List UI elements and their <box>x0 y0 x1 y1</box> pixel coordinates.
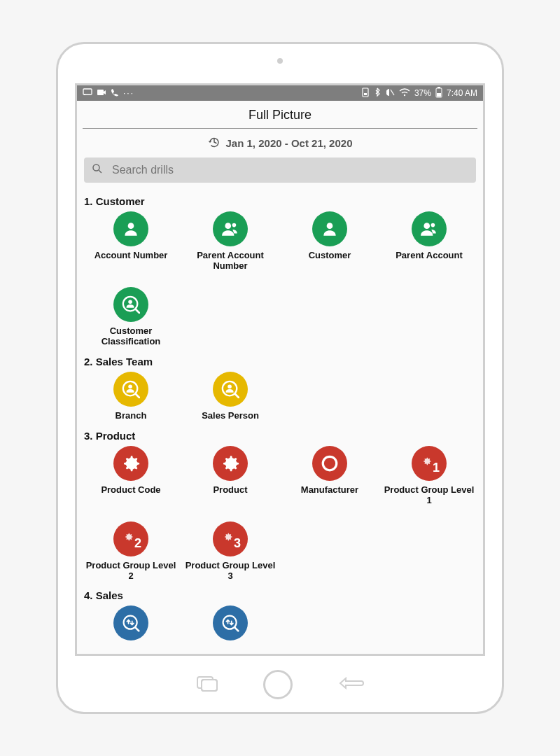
svg-line-29 <box>135 628 139 631</box>
svg-point-1 <box>84 94 85 95</box>
ring-icon <box>312 446 347 481</box>
section-header-product: 3. Product <box>84 430 476 442</box>
drill-item[interactable]: Customer Classification <box>84 287 178 347</box>
home-button[interactable] <box>263 670 293 699</box>
wifi-icon <box>399 88 410 99</box>
drill-item[interactable]: Customer <box>283 211 377 272</box>
date-range-selector[interactable]: Jan 1, 2020 - Oct 21, 2020 <box>77 129 483 158</box>
search-bar[interactable] <box>84 158 476 183</box>
drill-item[interactable]: Product Code <box>84 446 178 506</box>
drill-label: Product Group Level 2 <box>84 561 178 582</box>
updown-mag-icon <box>113 606 148 640</box>
gear-icon <box>213 446 248 481</box>
drill-label: Customer <box>309 251 351 261</box>
battery-percent: 37% <box>414 88 431 98</box>
svg-line-31 <box>234 628 238 631</box>
level-number: 1 <box>433 461 440 475</box>
gear-icon <box>113 446 148 481</box>
phone-icon <box>111 88 119 99</box>
gearN-icon: 2 <box>113 522 148 556</box>
svg-point-6 <box>404 94 405 95</box>
drill-item[interactable]: Branch <box>84 372 178 421</box>
users-icon <box>412 211 447 246</box>
svg-point-17 <box>431 223 435 227</box>
drill-label: Product <box>213 485 247 496</box>
drill-item[interactable] <box>84 606 178 645</box>
drill-item[interactable] <box>183 606 277 645</box>
svg-line-19 <box>136 309 140 313</box>
user-icon <box>312 211 347 246</box>
more-icon: ··· <box>123 88 134 98</box>
drill-item[interactable]: Manufacturer <box>283 446 377 506</box>
drill-label: Parent Account Number <box>183 251 277 272</box>
drill-label: Branch <box>115 411 147 421</box>
drill-label: Product Code <box>101 485 160 496</box>
svg-point-10 <box>93 164 99 171</box>
drill-label: Account Number <box>94 251 168 261</box>
drill-item[interactable]: 2Product Group Level 2 <box>84 522 178 582</box>
svg-line-11 <box>99 170 102 173</box>
recents-button[interactable] <box>193 673 221 696</box>
svg-point-16 <box>424 223 430 229</box>
svg-rect-0 <box>83 89 92 94</box>
svg-point-27 <box>323 456 337 470</box>
section-header-sales: 4. Sales <box>84 589 476 601</box>
card-icon <box>361 88 370 99</box>
section-header-sales-team: 2. Sales Team <box>84 356 476 368</box>
drill-item[interactable]: Sales Person <box>183 372 277 421</box>
status-bar: ··· 37% 7:40 AM <box>77 85 483 101</box>
svg-line-25 <box>235 393 239 398</box>
drill-list[interactable]: 1. CustomerAccount NumberParent Account … <box>77 190 483 654</box>
page-title: Full Picture <box>83 101 477 129</box>
user-mag-icon <box>113 372 148 407</box>
history-icon <box>208 136 220 150</box>
gearN-icon: 1 <box>412 446 447 481</box>
clock-text: 7:40 AM <box>447 88 477 98</box>
drill-item[interactable]: Parent Account <box>382 211 476 272</box>
drill-label: Manufacturer <box>301 485 358 496</box>
svg-rect-8 <box>438 87 440 88</box>
drill-item[interactable]: 1Product Group Level 1 <box>382 446 476 506</box>
svg-rect-2 <box>97 90 104 95</box>
date-range-text: Jan 1, 2020 - Oct 21, 2020 <box>226 137 353 149</box>
device-screen: ··· 37% 7:40 AM <box>75 83 485 656</box>
tablet-frame: ··· 37% 7:40 AM <box>56 42 504 714</box>
drill-item[interactable]: Parent Account Number <box>183 211 277 272</box>
user-icon <box>113 211 148 246</box>
section-header-customer: 1. Customer <box>84 195 476 207</box>
drill-label: Product Group Level 1 <box>382 485 476 506</box>
front-camera <box>277 58 283 64</box>
drill-label: Product Group Level 3 <box>183 561 277 582</box>
svg-line-5 <box>391 90 394 95</box>
svg-rect-33 <box>202 680 217 691</box>
svg-rect-9 <box>437 93 441 97</box>
svg-rect-4 <box>364 93 367 95</box>
mute-icon <box>385 88 395 99</box>
drill-item[interactable]: 3Product Group Level 3 <box>183 522 277 582</box>
search-input[interactable] <box>111 163 469 177</box>
svg-point-15 <box>327 223 333 229</box>
search-icon <box>91 162 104 178</box>
user-mag-icon <box>113 287 148 322</box>
svg-point-13 <box>225 223 231 229</box>
section-grid-sales-team: BranchSales Person <box>84 372 476 421</box>
svg-point-14 <box>232 223 237 227</box>
drill-item[interactable]: Account Number <box>84 211 178 272</box>
device-nav-bar <box>75 663 485 712</box>
drill-item[interactable]: Product <box>183 446 277 506</box>
battery-icon <box>435 87 442 100</box>
svg-point-26 <box>227 384 232 388</box>
section-grid-product: Product CodeProductManufacturer1Product … <box>84 446 476 582</box>
users-icon <box>213 211 248 246</box>
user-mag-icon <box>213 372 248 407</box>
camera-icon <box>97 88 106 99</box>
drill-label: Sales Person <box>202 411 259 421</box>
svg-line-22 <box>136 393 140 398</box>
back-button[interactable] <box>335 674 367 695</box>
level-number: 3 <box>234 536 241 551</box>
updown-mag-icon <box>213 606 248 640</box>
svg-point-20 <box>128 300 132 304</box>
cast-icon <box>83 88 92 99</box>
svg-point-23 <box>128 384 132 388</box>
drill-label: Parent Account <box>396 251 463 261</box>
